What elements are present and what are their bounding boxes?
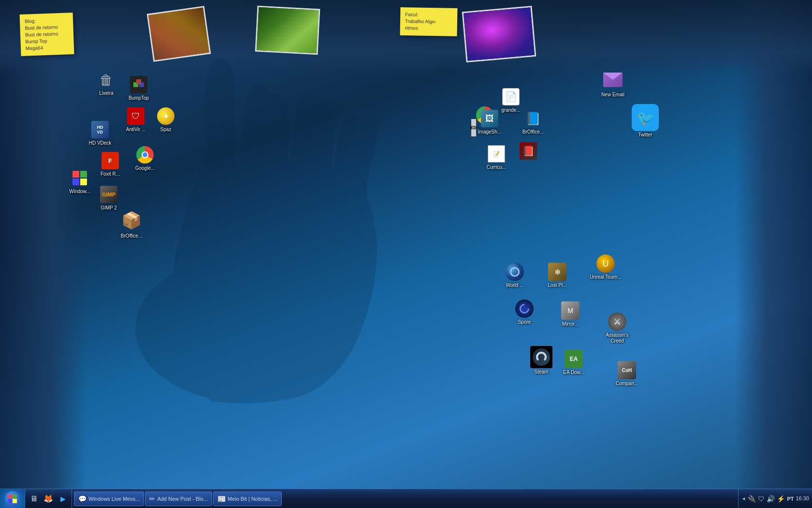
world-of-warcraft-icon[interactable]: World ...: [498, 262, 532, 288]
pencil-icon[interactable]: ✏: [457, 118, 491, 138]
new-email-icon[interactable]: New Email: [594, 69, 632, 98]
taskbar-blog[interactable]: ✏ Add New Post - Blo...: [145, 492, 212, 506]
spore-icon[interactable]: Spore: [508, 299, 541, 325]
broffice-big-icon[interactable]: 📦 BrOffice...: [112, 208, 151, 239]
book-img-icon[interactable]: 📕: [511, 141, 545, 162]
sticky-note-2[interactable]: Facul: Trabalho Algo- ritmos: [400, 7, 458, 36]
unreal-tournament-icon[interactable]: U Unreal Tourn...: [584, 254, 627, 280]
start-button[interactable]: [0, 489, 25, 508]
tray-battery-icon[interactable]: ⚡: [777, 495, 785, 503]
curriculo-icon[interactable]: 📝 Curricu...: [479, 144, 513, 170]
ceiling-photo-1[interactable]: [147, 6, 211, 62]
hd-vdeck-icon[interactable]: HDVD HD VDeck: [83, 120, 117, 146]
ceiling-photo-3[interactable]: [462, 6, 536, 62]
ea-downloader-icon[interactable]: EA EA Dow...: [557, 349, 591, 375]
foxit-icon[interactable]: F Foxit R...: [93, 151, 127, 177]
mirrors-edge-icon[interactable]: M Mirror...: [553, 301, 587, 327]
system-tray: ◄ 🔌 🛡 🔊 ⚡ PT 16:30: [738, 489, 812, 508]
twitter-icon[interactable]: 🐦 Twitter: [624, 104, 667, 138]
tray-sound-icon[interactable]: 🔊: [767, 495, 775, 503]
tray-clock[interactable]: 16:30: [796, 495, 809, 502]
google-chrome-icon[interactable]: Google...: [128, 145, 162, 171]
ceiling-photo-2[interactable]: [255, 6, 320, 55]
tray-antivirus-icon[interactable]: 🛡: [758, 495, 765, 503]
taskbar: 🖥 🦊 ▶ 💬 Windows Live Mess... ✏ Add New P…: [0, 489, 812, 508]
sticky-note-1[interactable]: Blog: Bust de retorno Bust de retorno Bu…: [20, 13, 74, 56]
antivir-icon[interactable]: 🛡 AntiVir ...: [119, 106, 153, 133]
broffice-sm-icon[interactable]: 📘 BrOffice...: [516, 109, 550, 135]
taskbar-msn[interactable]: 💬 Windows Live Mess...: [74, 492, 144, 506]
tray-network-icon[interactable]: 🔌: [748, 495, 756, 503]
tray-arrow-icon[interactable]: ◄: [741, 496, 746, 501]
lixeira-icon[interactable]: 🗑 Lixeira: [89, 70, 123, 96]
tray-language[interactable]: PT: [787, 496, 794, 502]
bumptop-icon[interactable]: BumpTop: [122, 75, 156, 101]
assassins-creed-icon[interactable]: ⚔ Assassin's Creed: [595, 312, 639, 344]
show-desktop-button[interactable]: 🖥: [27, 492, 41, 506]
firefox-quicklaunch[interactable]: 🦊: [42, 492, 55, 506]
spaz-icon[interactable]: ✦ Spaz: [149, 106, 183, 133]
gimp-icon[interactable]: GIMP GIMP 2: [92, 185, 126, 211]
desktop: Blog: Bust de retorno Bust de retorno Bu…: [0, 0, 812, 489]
taskbar-news[interactable]: 📰 Meio Bit | Noticias, ...: [213, 492, 282, 506]
lost-planet-icon[interactable]: ❄ Lost Pl...: [540, 262, 574, 288]
svg-rect-3: [136, 79, 141, 84]
company-of-heroes-icon[interactable]: CoH Compan...: [610, 360, 644, 387]
steam-icon[interactable]: Steam: [524, 346, 558, 375]
wmp-quicklaunch[interactable]: ▶: [56, 492, 70, 506]
taskbar-open-windows: 💬 Windows Live Mess... ✏ Add New Post - …: [72, 489, 738, 508]
quick-launch-bar: 🖥 🦊 ▶: [25, 489, 72, 508]
